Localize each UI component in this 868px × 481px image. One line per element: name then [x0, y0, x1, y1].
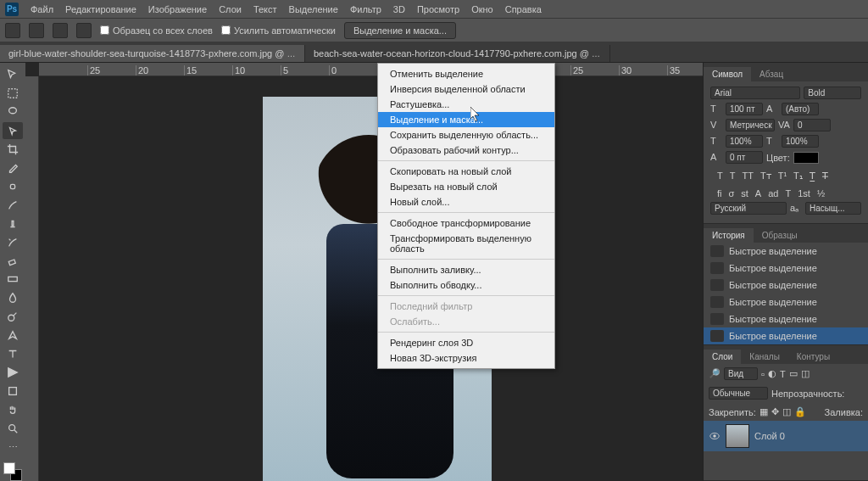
font-size-input[interactable]: 100 пт — [726, 103, 763, 115]
leading-input[interactable]: (Авто) — [782, 103, 819, 115]
tab-channels[interactable]: Каналы — [741, 350, 788, 364]
text-color-swatch[interactable] — [793, 152, 819, 164]
marquee-tool[interactable] — [3, 85, 23, 102]
context-menu-item[interactable]: Выделение и маска... — [378, 112, 554, 127]
context-menu-item[interactable]: Новый слой... — [378, 194, 554, 210]
context-menu-item[interactable]: Отменить выделение — [378, 66, 554, 81]
context-menu-item[interactable]: Трансформировать выделенную область — [378, 231, 554, 256]
canvas[interactable]: 252015105051015202530354045505560657075 … — [25, 63, 703, 481]
tab-swatches[interactable]: Образцы — [754, 228, 806, 243]
visibility-icon[interactable] — [709, 430, 721, 442]
tab-history[interactable]: История — [704, 228, 754, 243]
hand-tool[interactable] — [3, 401, 23, 418]
tab-character[interactable]: Символ — [704, 67, 751, 81]
baseline-input[interactable]: 0 пт — [726, 151, 763, 164]
menu-image[interactable]: Изображение — [148, 4, 207, 14]
lock-all-icon[interactable]: 🔒 — [794, 406, 806, 417]
zoom-tool[interactable] — [3, 420, 23, 437]
context-menu-item[interactable]: Образовать рабочий контур... — [378, 143, 554, 158]
allcaps-icon[interactable]: TT — [742, 171, 753, 182]
filter-image-icon[interactable]: ▫ — [761, 369, 765, 379]
fraction-icon[interactable]: 1st — [798, 188, 810, 199]
font-style-select[interactable]: Bold — [804, 87, 861, 99]
doc-tab-1[interactable]: girl-blue-water-shoulder-sea-turquoise-1… — [0, 45, 305, 62]
history-item[interactable]: Быстрое выделение — [704, 327, 868, 344]
menu-view[interactable]: Просмотр — [417, 4, 459, 14]
blend-mode-select[interactable]: Обычные — [709, 387, 768, 400]
ordinal-icon[interactable]: A — [755, 188, 761, 199]
menu-file[interactable]: Файл — [31, 4, 53, 14]
layer-filter-select[interactable]: Вид — [724, 367, 758, 380]
lock-pixels-icon[interactable]: ▦ — [760, 406, 768, 417]
swash-icon[interactable]: st — [741, 188, 748, 199]
context-menu-item[interactable]: Растушевка... — [378, 97, 554, 112]
titling-icon[interactable]: T — [785, 188, 791, 199]
context-menu-item[interactable]: Выполнить обводку... — [378, 277, 554, 293]
context-menu-item[interactable]: Вырезать на новый слой — [378, 179, 554, 194]
path-tool[interactable] — [3, 364, 23, 381]
context-menu-item[interactable]: Свободное трансформирование — [378, 215, 554, 231]
color-swatches[interactable] — [3, 462, 22, 481]
stylistic-icon[interactable]: ad — [768, 188, 778, 199]
brush-sub-icon[interactable] — [76, 23, 92, 38]
brush-add-icon[interactable] — [53, 23, 68, 38]
context-menu-item[interactable]: Новая 3D-экструзия — [378, 350, 554, 366]
context-menu-item[interactable]: Скопировать на новый слой — [378, 164, 554, 179]
select-and-mask-button[interactable]: Выделение и маска... — [344, 22, 456, 39]
font-family-select[interactable]: Arial — [710, 87, 800, 99]
filter-shape-icon[interactable]: ▭ — [789, 368, 798, 379]
tab-paragraph[interactable]: Абзац — [751, 67, 792, 81]
antialias-select[interactable]: Насыщ... — [805, 202, 861, 215]
type-tool[interactable] — [3, 345, 23, 362]
context-menu-item[interactable]: Рендеринг слоя 3D — [378, 335, 554, 350]
menu-edit[interactable]: Редактирование — [65, 4, 136, 14]
gradient-tool[interactable] — [3, 271, 23, 288]
contextual-icon[interactable]: σ — [729, 188, 735, 199]
menu-select[interactable]: Выделение — [289, 4, 338, 14]
menu-layers[interactable]: Слои — [219, 4, 242, 14]
brush-size-icon[interactable] — [29, 23, 44, 38]
move-tool[interactable] — [3, 66, 23, 83]
strike-icon[interactable]: T̶ — [822, 171, 828, 182]
smallcaps-icon[interactable]: Tᴛ — [760, 171, 771, 182]
search-icon[interactable]: 🔎 — [709, 368, 721, 379]
lock-artboard-icon[interactable]: ◫ — [782, 406, 791, 417]
hscale-input[interactable]: 100% — [782, 135, 819, 148]
history-item[interactable]: Быстрое выделение — [704, 277, 868, 294]
shape-tool[interactable] — [3, 383, 23, 400]
doc-tab-2[interactable]: beach-sea-water-ocean-horizon-cloud-1417… — [305, 45, 610, 62]
eyedropper-tool[interactable] — [3, 159, 23, 176]
eraser-tool[interactable] — [3, 253, 23, 270]
layer-thumbnail[interactable] — [726, 424, 749, 448]
context-menu-item[interactable]: Выполнить заливку... — [378, 262, 554, 277]
underline-icon[interactable]: T̲ — [810, 171, 815, 182]
filter-smart-icon[interactable]: ◫ — [801, 368, 810, 379]
layer-row[interactable]: Слой 0 — [704, 421, 868, 451]
context-menu-item[interactable]: Сохранить выделенную область... — [378, 127, 554, 143]
kerning-select[interactable]: Метрическ — [726, 119, 775, 131]
sample-all-layers-checkbox[interactable]: Образец со всех слоев — [100, 25, 213, 36]
stamp-tool[interactable] — [3, 215, 23, 232]
language-select[interactable]: Русский — [710, 202, 787, 215]
italic-icon[interactable]: T — [730, 171, 736, 182]
history-item[interactable]: Быстрое выделение — [704, 243, 868, 260]
history-item[interactable]: Быстрое выделение — [704, 310, 868, 327]
menu-text[interactable]: Текст — [253, 4, 277, 14]
crop-tool[interactable] — [3, 141, 23, 158]
dodge-tool[interactable] — [3, 308, 23, 325]
tab-layers[interactable]: Слои — [704, 350, 741, 364]
menu-window[interactable]: Окно — [471, 4, 493, 14]
menu-filter[interactable]: Фильтр — [350, 4, 381, 14]
filter-adj-icon[interactable]: ◐ — [768, 368, 776, 379]
vscale-input[interactable]: 100% — [726, 135, 763, 148]
history-item[interactable]: Быстрое выделение — [704, 294, 868, 310]
current-tool-icon[interactable] — [5, 23, 20, 38]
lasso-tool[interactable] — [3, 103, 23, 120]
menu-3d[interactable]: 3D — [393, 4, 405, 14]
bold-icon[interactable]: T — [717, 171, 723, 182]
heal-tool[interactable] — [3, 178, 23, 195]
tracking-input[interactable]: 0 — [793, 119, 831, 131]
filter-type-icon[interactable]: T — [780, 369, 786, 379]
menu-help[interactable]: Справка — [505, 4, 542, 14]
ligature-icon[interactable]: fi — [717, 188, 722, 199]
